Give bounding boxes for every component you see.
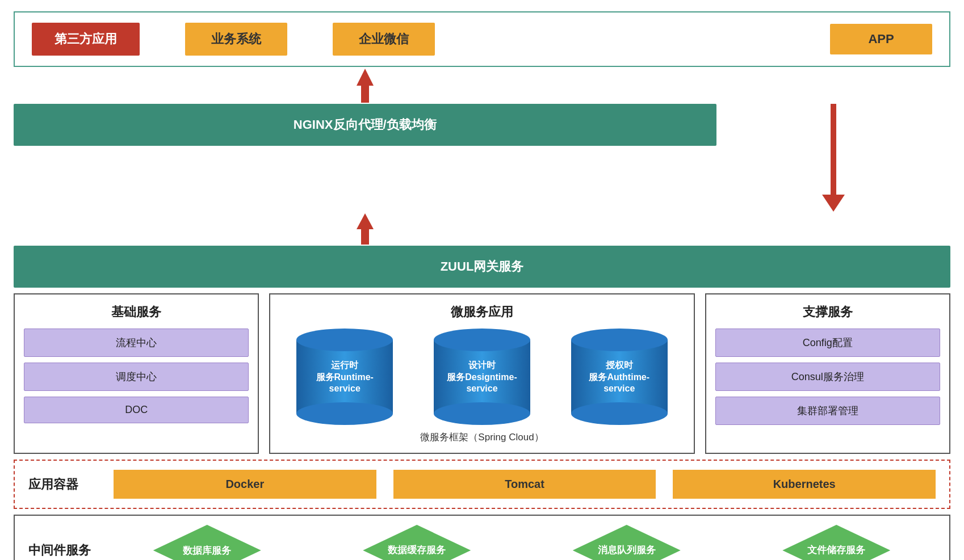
container-kubernetes: Kubernetes	[673, 470, 936, 499]
container-label: 应用容器	[28, 476, 97, 493]
support-service-item-1: Consul服务治理	[715, 363, 940, 391]
cylinder-authtime: 授权时服务Authtime-service	[571, 329, 668, 425]
container-tomcat: Tomcat	[393, 470, 656, 499]
cylinder-runtime: 运行时服务Runtime-service	[296, 329, 393, 425]
architecture-diagram: 第三方应用 业务系统 企业微信 APP NGINX反向代理/负载均衡	[14, 11, 950, 560]
basic-service-item-1: 调度中心	[24, 363, 249, 391]
client-third-party: 第三方应用	[32, 23, 140, 56]
microservices-box: 微服务应用 运行时服务Runtime-service 设计时服务Designti…	[269, 293, 694, 454]
middleware-row: 中间件服务 数据库服务 数据缓存服务 消息队列服务 文件储存服务	[14, 515, 950, 560]
microservices-title: 微服务应用	[279, 304, 684, 321]
support-service-item-2: 集群部署管理	[715, 397, 940, 425]
svg-marker-3	[357, 213, 374, 245]
basic-service-item-0: 流程中心	[24, 329, 249, 357]
svg-rect-1	[831, 104, 836, 195]
cylinder-designtime: 设计时服务Designtime-service	[434, 329, 530, 425]
basic-service-item-2: DOC	[24, 397, 249, 423]
basic-services-box: 基础服务 流程中心 调度中心 DOC	[14, 293, 259, 454]
diamond-cache: 数据缓存服务	[318, 525, 517, 560]
cylinders-row: 运行时服务Runtime-service 设计时服务Designtime-ser…	[279, 329, 684, 425]
nginx-block: NGINX反向代理/负载均衡	[14, 104, 716, 146]
diamond-database: 数据库服务	[108, 525, 307, 560]
diamond-file: 文件储存服务	[737, 525, 936, 560]
support-service-item-0: Config配置	[715, 329, 940, 357]
arrow-down-left	[351, 69, 379, 103]
client-business: 业务系统	[185, 23, 287, 56]
arrow-down-right-long	[819, 104, 848, 212]
zuul-block: ZUUL网关服务	[14, 246, 950, 288]
support-services-title: 支撑服务	[715, 304, 940, 321]
microservice-framework-label: 微服务框架（Spring Cloud）	[279, 431, 684, 444]
svg-marker-0	[357, 69, 374, 103]
middleware-label: 中间件服务	[28, 542, 97, 559]
services-row: 基础服务 流程中心 调度中心 DOC 微服务应用 运行时服务Runtime-se…	[14, 293, 950, 454]
arrow-down-nginx	[351, 213, 379, 245]
support-services-box: 支撑服务 Config配置 Consul服务治理 集群部署管理	[705, 293, 950, 454]
basic-services-title: 基础服务	[24, 304, 249, 321]
diamond-mq: 消息队列服务	[527, 525, 726, 560]
container-row: 应用容器 Docker Tomcat Kubernetes	[14, 460, 950, 509]
client-wechat: 企业微信	[333, 23, 435, 56]
svg-marker-2	[822, 195, 845, 212]
client-app: APP	[830, 24, 932, 54]
container-docker: Docker	[114, 470, 376, 499]
